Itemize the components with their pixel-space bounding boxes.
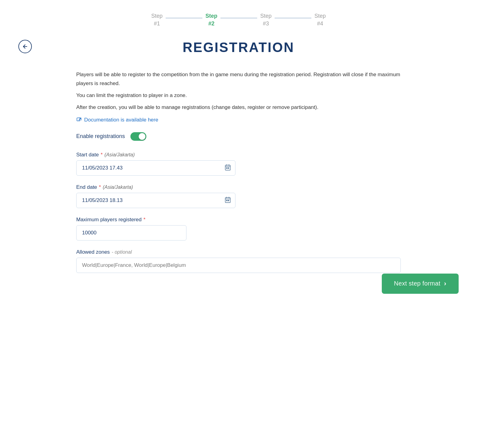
end-date-required: * xyxy=(99,184,101,190)
step-2[interactable]: Step#2 xyxy=(205,12,217,28)
max-players-group: Maximum players registered * xyxy=(76,217,401,241)
next-step-label: Next step format xyxy=(394,280,441,287)
start-date-required: * xyxy=(101,152,103,158)
description-line1: Players will be able to register to the … xyxy=(76,70,401,88)
max-players-required: * xyxy=(144,217,146,223)
step-1[interactable]: Step#1 xyxy=(151,12,163,28)
allowed-zones-label: Allowed zones - optional xyxy=(76,249,401,255)
start-date-input[interactable] xyxy=(76,160,235,176)
enable-registrations-row: Enable registrations xyxy=(76,132,401,141)
step-2-label: Step#2 xyxy=(205,12,217,28)
content-area: Players will be able to register to the … xyxy=(76,70,401,273)
back-button[interactable] xyxy=(18,40,32,53)
page-title: REGISTRATION xyxy=(18,40,459,55)
start-date-input-wrapper xyxy=(76,160,235,176)
end-date-input[interactable] xyxy=(76,193,235,208)
chevron-right-icon: › xyxy=(444,280,446,288)
enable-registrations-label: Enable registrations xyxy=(76,133,125,140)
allowed-zones-input[interactable] xyxy=(76,258,401,273)
doc-link[interactable]: Documentation is available here xyxy=(76,117,158,123)
enable-registrations-toggle[interactable] xyxy=(130,132,146,141)
page-wrapper: Step#1 Step#2 Step#3 Step#4 REGISTRATION… xyxy=(0,0,477,312)
allowed-zones-group: Allowed zones - optional xyxy=(76,249,401,273)
description-line2: You can limit the registration to player… xyxy=(76,91,401,100)
bottom-bar: Next step format › xyxy=(382,274,459,294)
step-3-label: Step#3 xyxy=(260,12,272,28)
doc-link-text: Documentation is available here xyxy=(84,117,158,123)
external-link-icon xyxy=(76,117,82,123)
max-players-input[interactable] xyxy=(76,225,186,241)
next-step-button[interactable]: Next step format › xyxy=(382,274,459,294)
step-1-label: Step#1 xyxy=(151,12,163,28)
step-connector-1 xyxy=(166,18,202,18)
step-4[interactable]: Step#4 xyxy=(314,12,326,28)
step-connector-3 xyxy=(275,18,311,18)
step-3[interactable]: Step#3 xyxy=(260,12,272,28)
end-date-timezone: (Asia/Jakarta) xyxy=(103,185,133,190)
stepper: Step#1 Step#2 Step#3 Step#4 xyxy=(18,12,459,28)
end-date-group: End date * (Asia/Jakarta) xyxy=(76,184,401,208)
end-date-label: End date * (Asia/Jakarta) xyxy=(76,184,401,190)
description-line3: After the creation, you will be able to … xyxy=(76,103,401,112)
max-players-label: Maximum players registered * xyxy=(76,217,401,223)
start-date-label: Start date * (Asia/Jakarta) xyxy=(76,152,401,158)
allowed-zones-optional: - optional xyxy=(112,249,132,255)
start-date-timezone: (Asia/Jakarta) xyxy=(104,152,135,158)
back-arrow-icon xyxy=(22,43,28,50)
start-date-group: Start date * (Asia/Jakarta) xyxy=(76,152,401,176)
step-connector-2 xyxy=(220,18,257,18)
step-4-label: Step#4 xyxy=(314,12,326,28)
end-date-input-wrapper xyxy=(76,193,235,208)
